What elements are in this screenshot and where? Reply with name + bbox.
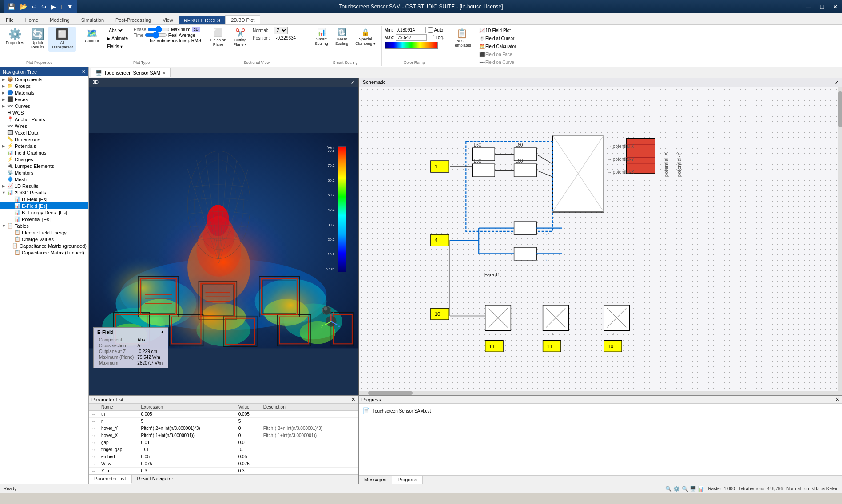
tab-simulation[interactable]: Simulation: [75, 15, 110, 24]
param-row[interactable]: ↔ hover_X Pitch*(-1+int(n/3.0000001)) 0 …: [89, 432, 358, 439]
schematic-canvas[interactable]: 1: [359, 87, 842, 395]
special-clamping-btn[interactable]: 🔒 SpecialClamping ▾: [352, 27, 379, 48]
param-row[interactable]: ↔ th 0.005 0.005: [89, 411, 358, 418]
max-input[interactable]: [396, 34, 427, 41]
col-expression[interactable]: Expression: [139, 404, 236, 411]
param-row[interactable]: ↔ embed 0.05 0.05: [89, 453, 358, 460]
min-input[interactable]: [395, 27, 426, 33]
tree-item-curves[interactable]: ▶〰️Curves: [0, 103, 88, 109]
tree-item-cap-matrix-l[interactable]: 📋Capacitance Matrix (lumped): [0, 249, 88, 256]
cutting-plane-btn[interactable]: ✂️ CuttingPlane ▾: [230, 27, 250, 49]
nav-tree-close[interactable]: ✕: [82, 69, 86, 75]
tree-item-monitors[interactable]: 📡Monitors: [0, 169, 88, 176]
tree-item-dimensions[interactable]: 📏Dimensions: [0, 136, 88, 143]
tab-view[interactable]: View: [157, 15, 179, 24]
param-row[interactable]: ↔ gap 0.01 0.01: [89, 439, 358, 446]
normal-select[interactable]: ZXY: [274, 27, 288, 34]
all-transparent-btn[interactable]: 🔲 AllTransparent: [48, 27, 76, 52]
tree-item-lumped[interactable]: 🔌Lumped Elements: [0, 163, 88, 169]
properties-btn[interactable]: ⚙️ Properties: [3, 27, 27, 47]
open-btn[interactable]: 📂: [18, 3, 28, 11]
tab-parameter-list[interactable]: Parameter List: [89, 475, 132, 484]
tree-item-field-gradings[interactable]: 📊Field Gradings: [0, 149, 88, 156]
abs-select[interactable]: Abs: [107, 28, 124, 33]
log-checkbox[interactable]: [429, 35, 434, 40]
color-ramp-preview[interactable]: [385, 42, 438, 49]
tree-item-potentials[interactable]: ▶⚡Potentials: [0, 143, 88, 149]
time-slider[interactable]: [145, 32, 167, 38]
tree-item-energy-dens[interactable]: 📊B. Energy Dens. [Es]: [0, 209, 88, 216]
tree-item-charges[interactable]: ⚡Charges: [0, 156, 88, 163]
reset-scaling-btn[interactable]: 🔃 ResetScaling: [332, 27, 352, 48]
schematic-scrollbar-h[interactable]: [359, 391, 838, 395]
col-value[interactable]: Value: [236, 404, 261, 411]
progress-close[interactable]: ✕: [835, 397, 839, 402]
tab-file[interactable]: File: [0, 15, 20, 24]
param-header-close[interactable]: ✕: [351, 397, 355, 402]
tree-item-materials[interactable]: ▶🔵Materials: [0, 89, 88, 96]
tab-result-navigator[interactable]: Result Navigator: [132, 475, 179, 484]
param-row[interactable]: ↔ n 5 5: [89, 418, 358, 425]
col-description[interactable]: Description: [261, 404, 358, 411]
tree-item-charge-values[interactable]: 📋Charge Values: [0, 236, 88, 242]
tab-2d3d-plot[interactable]: 2D/3D Plot: [225, 15, 260, 24]
contour-btn[interactable]: 🗺️ Contour: [82, 27, 102, 45]
field-at-cursor-btn[interactable]: 🖱️ Field at Cursor: [477, 35, 518, 42]
result-templates-btn[interactable]: 📋 ResultTemplates: [450, 27, 474, 50]
tree-item-components[interactable]: ▶📦Components: [0, 76, 88, 83]
smart-scaling-btn[interactable]: 📊 SmartScaling: [312, 27, 331, 48]
view-tab-close[interactable]: ✕: [162, 71, 166, 75]
undo-btn[interactable]: ↩: [30, 3, 38, 11]
minimize-btn[interactable]: ─: [802, 0, 815, 13]
viewport-3d-expand[interactable]: ⤢: [350, 79, 354, 85]
tree-item-mesh[interactable]: 🔷Mesh: [0, 176, 88, 183]
fields-on-plane-btn[interactable]: ⬜ Fields onPlane: [207, 27, 230, 49]
info-expand[interactable]: ▲: [160, 329, 164, 335]
tree-item-anchor-points[interactable]: 📍Anchor Points: [0, 116, 88, 123]
tree-item-2d3d-results[interactable]: ▼📊2D/3D Results: [0, 189, 88, 196]
more-btn[interactable]: ▼: [66, 3, 75, 11]
viewport-canvas[interactable]: V/m 79.5 70.2 60.2 50.2 40.2 30.2 20.2 1…: [89, 87, 358, 395]
tab-progress[interactable]: Progress: [392, 476, 423, 484]
redo-btn[interactable]: ↪: [40, 3, 48, 11]
save-btn[interactable]: 💾: [6, 3, 16, 11]
col-name[interactable]: Name: [99, 404, 139, 411]
field-calculator-btn[interactable]: 🧮 Field Calculator: [477, 43, 518, 50]
tree-item-wcs[interactable]: ⊕WCS: [0, 109, 88, 116]
tree-item-dfield[interactable]: 📊D-Field [Es]: [0, 196, 88, 202]
tab-modeling[interactable]: Modeling: [44, 15, 75, 24]
animate-fields-btn2[interactable]: Fields ▾: [105, 43, 130, 50]
param-row[interactable]: ↔ Y_a 0.3 0.3: [89, 468, 358, 475]
tree-item-1d-results[interactable]: ▶📈1D Results: [0, 183, 88, 189]
auto-checkbox[interactable]: [428, 27, 433, 33]
tab-result-tools[interactable]: RESULT TOOLS: [179, 16, 225, 24]
schematic-scrollbar[interactable]: [838, 87, 842, 395]
field-on-curve-btn[interactable]: 〰️ Field on Curve: [477, 59, 518, 66]
maximize-btn[interactable]: □: [815, 0, 829, 13]
tree-item-faces[interactable]: ▶⬛Faces: [0, 96, 88, 103]
field-on-face-btn[interactable]: ⬛ Field on Face: [477, 51, 518, 58]
tab-messages[interactable]: Messages: [359, 476, 392, 484]
tree-item-efield-selected[interactable]: 📊E-Field [Es]: [0, 202, 88, 209]
1d-field-plot-btn[interactable]: 📈 1D Field Plot: [477, 27, 518, 34]
view-tab-main[interactable]: 🖥️ Touchscreen Sensor SAM ✕: [91, 68, 171, 77]
tree-item-potential[interactable]: 📊Potential [Es]: [0, 216, 88, 222]
tree-item-groups[interactable]: ▶📁Groups: [0, 83, 88, 89]
tree-item-ef-energy[interactable]: 📋Electric Field Energy: [0, 229, 88, 236]
run-btn[interactable]: ▶: [50, 3, 57, 11]
abs-dropdown[interactable]: Abs: [105, 27, 130, 34]
param-row[interactable]: ↔ finger_gap -0.1 -0.1: [89, 446, 358, 453]
window-controls[interactable]: ─ □ ✕: [802, 0, 842, 13]
animate-fields-btn[interactable]: ▶ Animate: [105, 35, 130, 42]
update-results-btn[interactable]: 🔄 UpdateResults: [28, 27, 48, 52]
tree-item-tables[interactable]: ▼📋Tables: [0, 222, 88, 229]
position-input[interactable]: [274, 35, 306, 41]
param-row[interactable]: ↔ hover_Y Pitch*(-2+n-int(n/3.000001)*3)…: [89, 425, 358, 432]
quick-access[interactable]: 💾 📂 ↩ ↪ ▶ | ▼: [4, 0, 77, 13]
close-btn[interactable]: ✕: [829, 0, 842, 13]
tab-home[interactable]: Home: [20, 15, 44, 24]
tree-item-cap-matrix-g[interactable]: 📋Capacitance Matrix (grounded): [0, 242, 88, 249]
param-row[interactable]: ↔ W_w 0.075 0.075: [89, 460, 358, 468]
schematic-expand[interactable]: ⤢: [834, 79, 838, 85]
tree-item-wires[interactable]: 〰️Wires: [0, 123, 88, 129]
